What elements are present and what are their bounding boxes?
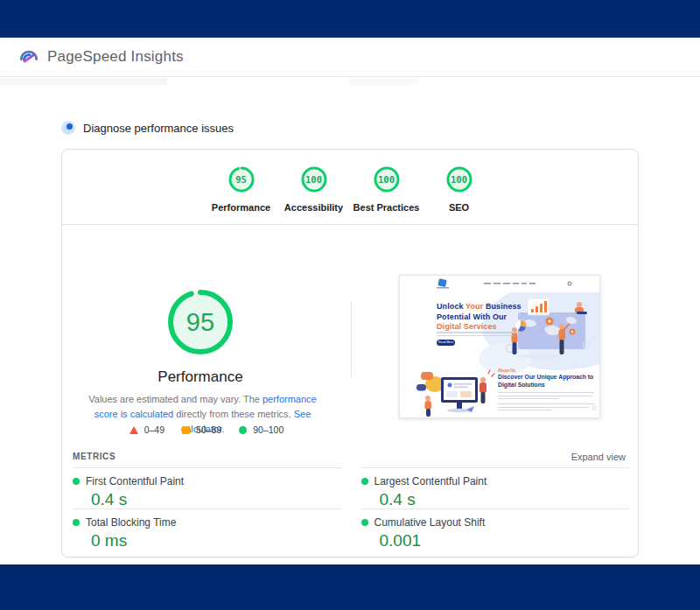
green-dot-icon <box>361 478 368 485</box>
faded-tab-strip-center <box>348 78 417 85</box>
app-header: PageSpeed Insights <box>0 38 700 77</box>
metrics-grid: First Contentful Paint 0.4 s Largest Con… <box>73 467 629 550</box>
metric-name: First Contentful Paint <box>86 475 184 487</box>
gauge-best-practices[interactable]: 100 Best Practices <box>350 165 423 213</box>
green-circle-icon <box>239 426 247 434</box>
main-performance-score: 95 <box>165 287 235 357</box>
category-gauges-row: 95 Performance 100 Accessibility 100 <box>62 165 638 213</box>
thumb-paragraph-bar <box>498 392 594 393</box>
gauge-accessibility[interactable]: 100 Accessibility <box>277 165 350 213</box>
main-performance-title: Performance <box>113 368 288 386</box>
red-triangle-icon <box>130 426 138 434</box>
thumb-read-more-button: Read More <box>437 340 455 346</box>
orange-square-icon <box>182 426 190 434</box>
faded-tab-strip-left <box>0 78 167 85</box>
legend-average-range: 50–89 <box>196 424 221 435</box>
legend-good: 90–100 <box>239 424 284 435</box>
thumb-hero-heading-line3: Digital Services <box>437 322 497 331</box>
seo-score: 100 <box>445 165 473 193</box>
green-dot-icon <box>73 478 80 485</box>
thumb-about-label: About Us <box>498 368 515 373</box>
gauges-divider <box>62 224 638 225</box>
green-dot-icon <box>73 519 80 526</box>
metric-value: 0.001 <box>380 531 630 550</box>
legend-fail-range: 0–49 <box>144 424 164 435</box>
accessibility-gauge-ring: 100 <box>300 165 328 193</box>
disclaimer-text-2: directly from these metrics. <box>173 409 294 419</box>
thumb-hero-text-navy-2: Business <box>483 302 521 311</box>
page-title: PageSpeed Insights <box>47 48 184 66</box>
vertical-divider <box>351 300 352 377</box>
thumb-paragraph-bar <box>498 407 589 408</box>
metrics-section-heading: METRICS <box>73 452 116 461</box>
main-performance-gauge[interactable]: 95 <box>165 287 235 357</box>
report-card: 95 Performance 100 Accessibility 100 <box>61 149 639 557</box>
legend-good-range: 90–100 <box>253 424 284 435</box>
performance-gauge-ring: 95 <box>228 165 256 193</box>
metric-largest-contentful-paint: Largest Contentful Paint 0.4 s <box>361 467 630 508</box>
performance-gauge-label: Performance <box>212 202 270 213</box>
thumb-hero-heading-line2: Potential With Our <box>437 312 507 321</box>
website-screenshot-thumbnail[interactable]: Unlock Your Business Potential With Our … <box>399 275 600 418</box>
best-practices-gauge-label: Best Practices <box>354 202 420 213</box>
legend-average: 50–89 <box>182 424 221 435</box>
thumb-hero-heading-line1: Unlock Your Business <box>437 302 522 311</box>
diagnose-label: Diagnose performance issues <box>83 122 234 135</box>
performance-score: 95 <box>228 165 256 193</box>
thumb-paragraph-bar <box>498 403 594 404</box>
thumb-hero-text-orange-1: Your <box>466 302 483 311</box>
metric-value: 0 ms <box>91 531 341 550</box>
pulse-icon <box>61 121 75 135</box>
diagnose-section-label-row: Diagnose performance issues <box>61 121 234 135</box>
metric-value: 0.4 s <box>91 490 341 509</box>
thumb-hero-text-navy-1: Unlock <box>437 302 466 311</box>
accessibility-score: 100 <box>300 165 328 193</box>
metric-value: 0.4 s <box>380 490 630 509</box>
metric-first-contentful-paint: First Contentful Paint 0.4 s <box>73 467 341 508</box>
metric-name: Largest Contentful Paint <box>374 475 487 487</box>
website-illustration <box>400 276 600 418</box>
pagespeed-logo-icon <box>18 46 40 68</box>
bottom-navy-bar <box>0 564 700 610</box>
accessibility-gauge-label: Accessibility <box>284 202 343 213</box>
seo-gauge-label: SEO <box>449 202 469 213</box>
seo-gauge-ring: 100 <box>445 165 473 193</box>
legend-fail: 0–49 <box>130 424 164 435</box>
metric-name: Total Blocking Time <box>86 516 176 529</box>
expand-view-button[interactable]: Expand view <box>571 452 626 462</box>
gauge-performance[interactable]: 95 Performance <box>205 165 277 213</box>
best-practices-gauge-ring: 100 <box>373 165 401 193</box>
top-navy-bar <box>0 0 700 38</box>
thumb-paragraph-bar <box>437 332 518 333</box>
thumb-paragraph-bar <box>498 410 552 410</box>
thumb-paragraph-bar <box>498 396 592 396</box>
metric-cumulative-layout-shift: Cumulative Layout Shift 0.001 <box>361 508 630 550</box>
disclaimer-text-1: Values are estimated and may vary. The <box>88 394 262 404</box>
metric-total-blocking-time: Total Blocking Time 0 ms <box>73 508 341 550</box>
thumb-paragraph-bar <box>437 335 514 337</box>
score-legend: 0–49 50–89 90–100 <box>62 424 351 435</box>
thumb-paragraph-bar <box>498 398 559 399</box>
best-practices-score: 100 <box>373 165 401 193</box>
green-dot-icon <box>361 519 368 526</box>
thumb-section-heading: Discover Our Unique Approach to Digital … <box>498 374 596 389</box>
gauge-seo[interactable]: 100 SEO <box>423 165 495 213</box>
metric-name: Cumulative Layout Shift <box>374 516 486 529</box>
